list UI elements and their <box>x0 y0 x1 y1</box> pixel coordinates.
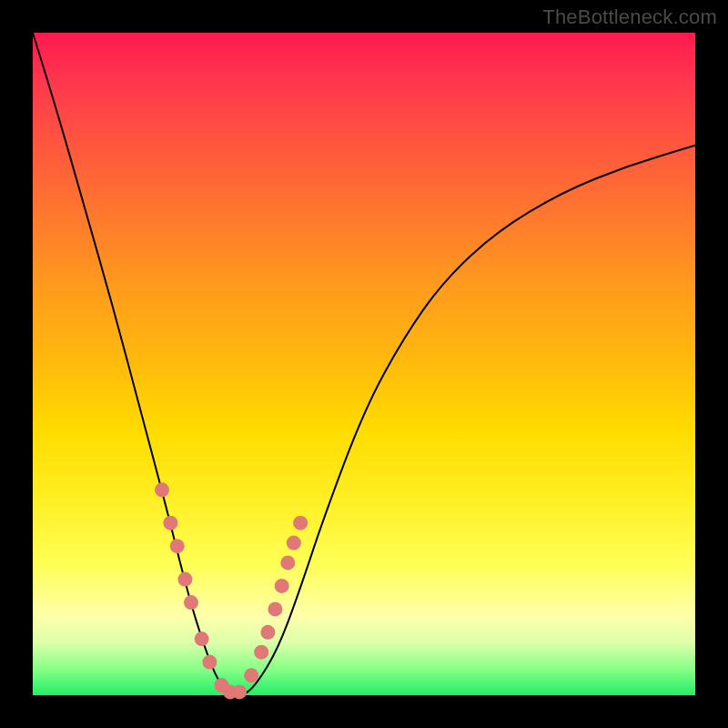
highlight-point <box>232 684 247 699</box>
bottleneck-curve <box>33 33 695 695</box>
highlight-point <box>202 655 217 670</box>
highlight-point <box>244 668 258 682</box>
highlight-point <box>184 595 198 610</box>
highlight-point <box>275 579 289 593</box>
chart-frame: TheBottleneck.com <box>0 0 728 728</box>
highlight-point <box>287 536 301 551</box>
highlight-point <box>170 539 185 553</box>
highlight-point <box>254 645 268 660</box>
highlight-point <box>177 572 192 587</box>
plot-area <box>33 33 695 695</box>
highlight-point <box>163 516 177 531</box>
highlight-markers <box>155 482 308 699</box>
highlight-point <box>260 625 275 640</box>
highlight-point <box>268 602 282 616</box>
highlight-point <box>280 555 295 570</box>
highlight-point <box>195 632 209 646</box>
watermark-text: TheBottleneck.com <box>542 5 717 29</box>
highlight-point <box>293 516 308 531</box>
curve-overlay <box>33 33 695 695</box>
highlight-point <box>155 482 169 497</box>
